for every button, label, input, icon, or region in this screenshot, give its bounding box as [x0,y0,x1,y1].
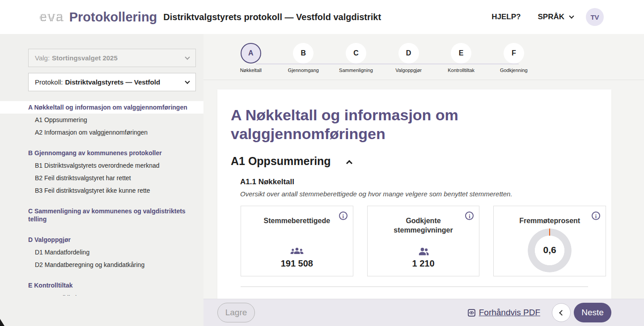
app-header: eva Protokollering Distriktvalgstyrets p… [0,0,644,34]
info-icon[interactable]: i [465,212,474,220]
page-title: Distriktvalgstyrets protokoll — Vestfold… [163,12,381,22]
info-icon[interactable]: i [339,212,347,220]
divider [203,80,644,80]
step-label: Gjennomgang [288,68,319,73]
language-menu[interactable]: SPRÅK [538,13,573,21]
divider [241,286,588,287]
preview-pdf-link[interactable]: Forhåndvis PDF [468,308,540,318]
language-label: SPRÅK [538,13,564,21]
sidebar-item[interactable]: E1 Kontrolltiltak [0,292,203,296]
stat-card-turnout: Fremmøteprosent i 0,6 [493,206,606,276]
stat-card-eligible: Stemmeberettigede i 191 508 [241,206,353,276]
sidebar-item[interactable]: B1 Distriktsvalgstyrets overordnede merk… [0,159,203,172]
eva-logo: eva [39,9,64,25]
protocol-select-prefix: Protokoll: [35,78,63,86]
step-label: Kontrolltiltak [448,68,475,73]
chevron-left-icon [559,310,565,316]
people-pair-icon [417,246,430,258]
sidebar-item[interactable]: A2 Informasjon om valggjennomføringen [0,126,203,139]
step-circle: E [451,43,471,64]
avatar[interactable]: TV [586,8,604,26]
sidebar-item[interactable]: D Valgoppgjør [0,233,203,246]
subsection-title: A1 Oppsummering [231,155,331,168]
sidebar-item[interactable]: B Gjennomgang av kommunenes protokoller [0,147,203,159]
block-title: A1.1 Nøkkeltall [240,178,611,186]
chevron-down-icon [185,79,190,84]
step-circle: D [398,43,419,64]
step-circle: B [293,43,314,64]
stats-row: Stemmeberettigede i 191 508 [241,206,606,276]
app-name: Protokollering [69,10,157,25]
people-group-icon [290,246,304,258]
sidebar-item[interactable]: E Kontrolltiltak [0,279,203,292]
step-d[interactable]: DValgoppgjør [382,43,435,73]
turnout-donut-chart: 0,6 [528,229,572,272]
election-select-prefix: Valg: [35,54,50,62]
stepper: ANøkkeltallBGjennomgangCSammenligningDVa… [225,43,540,73]
sidebar-item[interactable]: C Sammenligning av kommunenes og valgdis… [0,205,203,225]
stat-card-approved: Godkjente stemmegivninger i 1 210 [367,206,480,276]
step-f[interactable]: FGodkjenning [487,43,540,73]
sidebar-item[interactable]: B2 Feil distriktsvalgstyret har rettet [0,172,203,184]
sidebar: Valg: Stortingsvalget 2025 Protokoll: Di… [0,34,203,326]
step-circle: A [241,43,261,64]
sidebar-item[interactable]: B3 Feil distriktsvalgstyret ikke kunne r… [0,184,203,197]
step-a[interactable]: ANøkkeltall [225,43,277,73]
step-circle: F [504,43,524,64]
sidebar-item[interactable]: A Nøkkeltall og informasjon om valggjenn… [0,101,203,114]
content-card: A Nøkkeltall og informasjon om valggjenn… [217,89,611,299]
chevron-down-icon [569,13,574,18]
protocol-select-value: Distriktvalgstyrets — Vestfold [65,78,161,86]
stat-label: Fremmøteprosent [511,216,589,225]
sidebar-item[interactable]: A1 Oppsummering [0,114,203,126]
header-actions: HJELP? SPRÅK TV [491,8,604,26]
protocol-select[interactable]: Protokoll: Distriktvalgstyrets — Vestfol… [28,73,196,91]
step-circle: C [346,43,366,64]
step-e[interactable]: EKontrolltiltak [435,43,487,73]
step-label: Nøkkeltall [240,68,262,73]
step-label: Sammenligning [339,68,373,73]
main-area: ANøkkeltallBGjennomgangCSammenligningDVa… [203,34,644,326]
save-button[interactable]: Lagre [217,303,255,322]
back-button[interactable] [552,303,571,322]
stat-value: 1 210 [412,258,434,269]
stat-label: Stemmeberettigede [258,216,336,225]
info-icon[interactable]: i [592,212,600,220]
sidebar-item[interactable]: D2 Mandatberegning og kandidatkåring [0,258,203,271]
election-select: Valg: Stortingsvalget 2025 [28,49,196,67]
preview-pdf-label: Forhåndvis PDF [479,308,540,318]
chevron-down-icon [185,55,190,59]
footer-bar: Lagre Forhåndvis PDF Neste [203,299,644,326]
mouse-cursor [0,319,4,326]
stat-label: Godkjente stemmegivninger [384,216,462,235]
stat-value: 0,6 [528,245,572,255]
collapse-chevron-up-icon[interactable] [346,160,352,166]
sidebar-nav: A Nøkkeltall og informasjon om valggjenn… [0,101,203,296]
step-label: Valgoppgjør [395,68,422,73]
election-select-value: Stortingsvalget 2025 [52,54,118,62]
step-b[interactable]: BGjennomgang [277,43,330,73]
stat-value: 191 508 [281,258,313,269]
next-button[interactable]: Neste [574,303,611,322]
step-label: Godkjenning [500,68,528,73]
block-description: Oversikt over antall stemmeberettigede o… [240,190,611,198]
step-c[interactable]: CSammenligning [330,43,382,73]
help-link[interactable]: HJELP? [491,13,521,21]
sidebar-item[interactable]: D1 Mandatfordeling [0,246,203,258]
section-title: A Nøkkeltall og informasjon om valggjenn… [231,106,481,143]
preview-eye-icon [468,309,475,317]
